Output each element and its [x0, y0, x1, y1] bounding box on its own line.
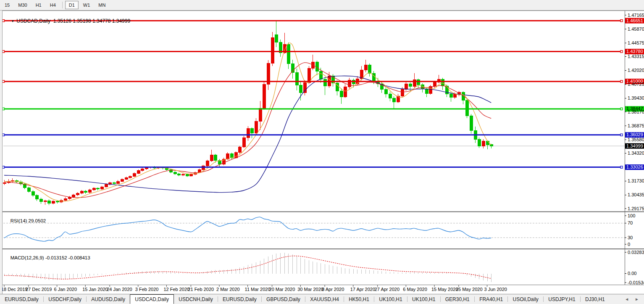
tab-uk100-h1[interactable]: UK100,H1: [374, 294, 407, 304]
tab-scroll-left-icon[interactable]: ◄: [625, 297, 629, 301]
svg-text:1.34320: 1.34320: [628, 151, 644, 156]
svg-text:15 Jan 2020: 15 Jan 2020: [82, 287, 108, 292]
svg-text:2 Mar 2020: 2 Mar 2020: [216, 287, 240, 292]
tab-fra40-h1[interactable]: FRA40,H1: [475, 294, 507, 304]
tab-usdchf-daily[interactable]: USDCHF,Daily: [44, 294, 86, 304]
timeframe-button-h4[interactable]: H4: [46, 1, 60, 9]
svg-text:1.40725: 1.40725: [628, 82, 644, 87]
tab-dj30-h1[interactable]: DJ30,H1: [581, 294, 610, 304]
trading-terminal-window: 15M30H1H4D1W1MN 1.466511.437801.410001.3…: [0, 0, 644, 304]
tab-usdcnh-daily[interactable]: USDCNH,Daily: [174, 294, 218, 304]
svg-text:1.39430: 1.39430: [628, 95, 644, 100]
svg-text:1.31730: 1.31730: [628, 178, 644, 183]
tab-eurusd-daily[interactable]: EURUSD,Daily: [218, 294, 261, 304]
svg-text:25 May 2020: 25 May 2020: [456, 287, 483, 292]
tab-usdcad-daily[interactable]: USDCAD,Daily: [130, 294, 174, 304]
tab-eurusd-daily[interactable]: EURUSD,Daily: [0, 294, 43, 304]
svg-text:1.44575: 1.44575: [628, 40, 644, 45]
svg-text:1.34999: 1.34999: [626, 143, 643, 148]
svg-text:100: 100: [628, 213, 635, 218]
svg-text:15 May 2020: 15 May 2020: [431, 287, 458, 292]
timeframe-button-m30[interactable]: M30: [14, 1, 31, 9]
svg-text:6 May 2020: 6 May 2020: [403, 287, 427, 292]
svg-text:70: 70: [628, 220, 633, 225]
svg-text:30 Mar 2020: 30 Mar 2020: [297, 287, 323, 292]
svg-text:1.47165: 1.47165: [628, 13, 644, 18]
svg-text:3 Feb 2020: 3 Feb 2020: [135, 287, 159, 292]
price-chart-canvas[interactable]: 1.466511.437801.410001.384471.360291.330…: [0, 11, 644, 294]
toolbar-separator: [62, 2, 63, 8]
svg-text:11 Mar 2020: 11 Mar 2020: [245, 287, 271, 292]
svg-text:27 Dec 2019: 27 Dec 2019: [26, 287, 52, 292]
window-left-gutter: [0, 11, 3, 294]
svg-text:0.032838: 0.032838: [628, 250, 644, 255]
svg-text:8 Apr 2020: 8 Apr 2020: [322, 287, 344, 292]
symbol-tab-bar: EURUSD,DailyUSDCHF,DailyAUDUSD,DailyUSDC…: [0, 294, 644, 304]
svg-text:1.35580: 1.35580: [628, 137, 644, 142]
svg-text:-0.015342: -0.015342: [628, 280, 644, 285]
svg-text:6 Jan 2020: 6 Jan 2020: [54, 287, 77, 292]
svg-text:21 Feb 2020: 21 Feb 2020: [188, 287, 214, 292]
tab-scroll-right-icon[interactable]: ►: [635, 297, 639, 301]
svg-text:24 Jan 2020: 24 Jan 2020: [107, 287, 132, 292]
svg-text:18 Dec 2019: 18 Dec 2019: [1, 287, 27, 292]
tab-audusd-daily[interactable]: AUDUSD,Daily: [87, 294, 130, 304]
svg-text:0: 0: [628, 242, 630, 247]
tab-xauusd-h4[interactable]: XAUUSD,H4: [305, 294, 344, 304]
support-line-blue-2-badge: 1.33026: [625, 164, 644, 170]
timeframe-button-d1[interactable]: D1: [65, 1, 79, 9]
svg-text:1.29175: 1.29175: [628, 206, 644, 211]
svg-text:1.36875: 1.36875: [628, 123, 644, 128]
svg-text:0.00: 0.00: [628, 271, 636, 276]
svg-text:20 Mar 2020: 20 Mar 2020: [269, 287, 295, 292]
resistance-line-1-badge: 1.46651: [625, 18, 644, 24]
timeframe-toolbar: 15M30H1H4D1W1MN: [0, 0, 644, 11]
timeframe-button-15[interactable]: 15: [1, 1, 13, 9]
svg-text:1.30435: 1.30435: [628, 192, 644, 197]
svg-text:1.45870: 1.45870: [628, 26, 644, 32]
chart-background: [0, 11, 644, 294]
tab-usdjpy-h1[interactable]: USDJPY,H1: [544, 294, 580, 304]
svg-text:1.43780: 1.43780: [626, 49, 643, 54]
svg-text:27 Apr 2020: 27 Apr 2020: [375, 287, 400, 292]
tab-hk50-h1[interactable]: HK50,H1: [344, 294, 374, 304]
current-price-badge: 1.34999: [625, 143, 644, 149]
tab-gbpusd-daily[interactable]: GBPUSD,Daily: [262, 294, 305, 304]
svg-text:12 Feb 2020: 12 Feb 2020: [163, 287, 189, 292]
tab-usoil-daily[interactable]: USOil,Daily: [508, 294, 543, 304]
tab-uk100-h1[interactable]: UK100,H1: [407, 294, 440, 304]
svg-text:1.43315: 1.43315: [628, 54, 644, 59]
svg-text:1.38170: 1.38170: [628, 109, 644, 114]
svg-text:1.36029: 1.36029: [626, 132, 643, 137]
svg-text:30: 30: [628, 235, 633, 240]
svg-text:1.46651: 1.46651: [626, 18, 643, 23]
timeframe-button-h1[interactable]: H1: [32, 1, 45, 9]
timeframe-button-w1[interactable]: W1: [79, 1, 94, 9]
svg-text:1.33026: 1.33026: [626, 164, 643, 169]
svg-text:17 Apr 2020: 17 Apr 2020: [350, 287, 375, 292]
tab-nav: ◄►: [610, 294, 644, 304]
timeframe-button-mn[interactable]: MN: [95, 1, 109, 9]
tab-ger30-h1[interactable]: GER30,H1: [441, 294, 474, 304]
svg-text:3 Jun 2020: 3 Jun 2020: [484, 287, 507, 292]
svg-text:1.42020: 1.42020: [628, 68, 644, 73]
price-axis[interactable]: 1.471651.458701.445751.433151.420201.407…: [625, 13, 644, 211]
